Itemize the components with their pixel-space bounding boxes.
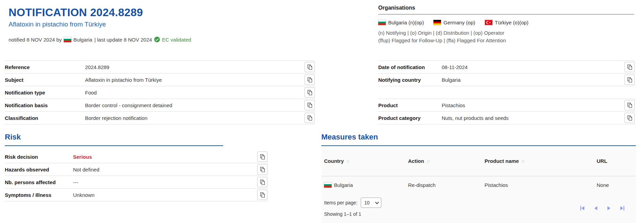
page-title: NOTIFICATION 2024.8289: [9, 6, 191, 19]
items-per-page-value: 10: [364, 200, 370, 205]
measure-product-cell: Pistachios: [485, 182, 597, 188]
field-label: Risk decision: [5, 154, 73, 160]
field-label: Date of notification: [378, 64, 442, 70]
copy-button[interactable]: [305, 87, 315, 98]
copy-button[interactable]: [305, 100, 315, 110]
column-label: Action: [408, 158, 424, 164]
previous-page-icon: [592, 204, 599, 212]
copy-button[interactable]: [624, 100, 635, 110]
measures-table-header: Country ↓↑ Action ↓↑ Product name ↓↑ URL: [321, 146, 636, 176]
column-header-product-name[interactable]: Product name ↓↑: [485, 158, 597, 164]
risk-table: Risk decision Serious Hazards observed N…: [5, 150, 268, 201]
sort-arrows-icon: ↓↑: [427, 158, 430, 164]
measure-action-cell: Re-dispatch: [408, 182, 485, 188]
copy-icon: [260, 192, 265, 198]
organisation-item: Germany (op): [433, 20, 475, 25]
field-value: Unknown: [73, 192, 257, 198]
field-label: Subject: [5, 77, 85, 83]
field-label: Nb. persons affected: [5, 179, 73, 185]
field-value: 08-11-2024: [442, 64, 624, 70]
measures-section-title: Measures taken: [321, 133, 636, 146]
copy-button[interactable]: [624, 75, 635, 85]
copy-button[interactable]: [257, 177, 267, 187]
measure-url-cell: None: [597, 182, 636, 188]
roles-legend-line1: (n) Notifying | (o) Origin | (d) Distrib…: [378, 29, 634, 37]
field-label: Notification type: [5, 90, 85, 96]
next-page-icon: [605, 204, 613, 212]
check-circle-icon: [154, 36, 160, 43]
copy-button[interactable]: [257, 190, 267, 200]
previous-page-button[interactable]: [592, 204, 599, 212]
notification-detail-page: NOTIFICATION 2024.8289 Aflatoxin in pist…: [0, 0, 644, 223]
last-update-text: | last update 8 NOV 2024: [94, 37, 152, 43]
copy-button[interactable]: [305, 62, 315, 72]
risk-section-title: Risk: [5, 133, 223, 146]
germany-flag-icon: [433, 20, 441, 25]
field-label: Notifying country: [378, 77, 442, 83]
bulgaria-flag-icon: [324, 182, 332, 188]
copy-icon: [627, 64, 632, 70]
risk-row-hazards: Hazards observed Not defined: [5, 163, 268, 176]
first-page-button[interactable]: [579, 204, 586, 212]
detail-row-notification-basis: Notification basis Border control - cons…: [5, 99, 315, 112]
detail-row-subject: Subject Aflatoxin in pistachio from Türk…: [5, 74, 315, 86]
paginator-controls: [579, 200, 626, 217]
detail-row-product: Product Pistachios: [378, 99, 635, 112]
organisation-label: Bulgaria (n)(op): [388, 20, 424, 25]
items-per-page-select[interactable]: 10: [361, 198, 381, 208]
risk-decision-value: Serious: [73, 154, 257, 160]
paginator-range-label: Showing 1–1 of 1: [324, 211, 381, 217]
column-header-action[interactable]: Action ↓↑: [408, 158, 485, 164]
detail-row-classification: Classification Border rejection notifica…: [5, 112, 315, 124]
copy-icon: [260, 167, 265, 172]
risk-row-decision: Risk decision Serious: [5, 150, 268, 163]
copy-button[interactable]: [305, 113, 315, 123]
table-spacer: [378, 86, 635, 99]
field-label: Product: [378, 102, 442, 108]
organisations-title: Organisations: [378, 5, 634, 14]
copy-button[interactable]: [257, 152, 267, 162]
detail-row-notifying-country: Notifying country Bulgaria: [378, 74, 635, 86]
turkiye-flag-icon: [485, 20, 492, 25]
field-value: 2024.8289: [85, 64, 305, 70]
detail-row-date-of-notification: Date of notification 08-11-2024: [378, 61, 635, 74]
copy-button[interactable]: [257, 164, 267, 175]
next-page-button[interactable]: [605, 204, 613, 212]
page-subtitle: Aflatoxin in pistachio from Türkiye: [9, 21, 191, 28]
copy-icon: [307, 115, 312, 121]
measures-table-row: Bulgaria Re-dispatch Pistachios None: [321, 176, 636, 193]
field-value: Aflatoxin in pistachio from Türkiye: [85, 77, 305, 83]
notification-meta: notified 8 NOV 2024 by Bulgaria | last u…: [9, 36, 191, 43]
detail-row-product-category: Product category Nuts, nut products and …: [378, 112, 635, 124]
detail-row-reference: Reference 2024.8289: [5, 61, 315, 74]
bulgaria-flag-icon: [64, 37, 71, 42]
organisation-item: Türkiye (o)(op): [485, 20, 528, 25]
copy-button[interactable]: [624, 113, 635, 123]
organisations-list: Bulgaria (n)(op) Germany (op) Türkiye (o…: [378, 20, 634, 25]
field-label: Reference: [5, 64, 85, 70]
copy-button[interactable]: [624, 62, 635, 72]
organisations-panel: Organisations Bulgaria (n)(op) Germany (…: [378, 5, 634, 44]
roles-legend: (n) Notifying | (o) Origin | (d) Distrib…: [378, 29, 634, 44]
field-label: Product category: [378, 115, 442, 121]
field-value: Border rejection notification: [85, 115, 305, 121]
copy-button[interactable]: [305, 75, 315, 85]
detail-row-notification-type: Notification type Food: [5, 86, 315, 99]
risk-row-symptoms: Symptoms / Illness Unknown: [5, 189, 268, 201]
measures-taken-section: Measures taken Country ↓↑ Action ↓↑ Prod…: [321, 133, 636, 223]
copy-icon: [307, 64, 312, 70]
field-label: Symptoms / Illness: [5, 192, 73, 198]
chevron-down-icon: [375, 200, 379, 204]
ec-validated-badge: EC validated: [154, 36, 191, 43]
measure-country-cell: Bulgaria: [324, 182, 408, 188]
organisation-label: Türkiye (o)(op): [495, 20, 528, 25]
copy-icon: [627, 102, 632, 108]
paginator: Items per page: 10 Showing 1–1 of 1: [321, 193, 636, 217]
paginator-info: Items per page: 10 Showing 1–1 of 1: [324, 198, 381, 217]
field-label: Notification basis: [5, 102, 85, 108]
column-header-country[interactable]: Country ↓↑: [324, 158, 408, 164]
column-label: Product name: [485, 158, 519, 164]
field-value: ---: [73, 179, 257, 185]
last-page-button[interactable]: [619, 204, 626, 212]
roles-legend-line2: (ffup) Flagged for Follow-Up | (ffa) Fla…: [378, 37, 634, 44]
